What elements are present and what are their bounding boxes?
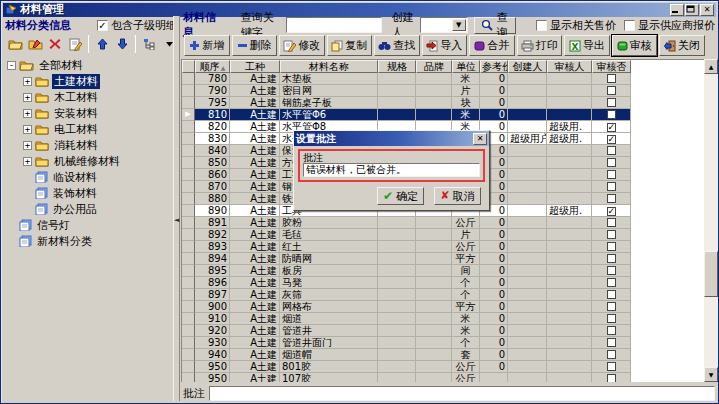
cell-sel[interactable] <box>182 373 195 382</box>
cell-trade[interactable]: A土建 <box>230 265 280 277</box>
cell-brand[interactable] <box>416 253 452 265</box>
cell-name[interactable]: 钢筋桌子板 <box>280 97 378 109</box>
cell-brand[interactable] <box>416 325 452 337</box>
table-row[interactable]: 790A土建密目网片0 <box>182 85 704 97</box>
cell-spec[interactable] <box>378 85 416 97</box>
cell-creator[interactable] <box>508 193 547 205</box>
audited-checkbox[interactable] <box>607 182 616 191</box>
table-row[interactable]: 893A土建红土公斤0 <box>182 241 704 253</box>
cell-spec[interactable] <box>378 337 416 349</box>
cell-auditor[interactable] <box>547 325 592 337</box>
cell-audited[interactable] <box>592 157 631 169</box>
cell-price[interactable]: 0 <box>480 97 508 109</box>
cell-unit[interactable]: 个 <box>452 277 480 289</box>
cell-audited[interactable] <box>592 97 631 109</box>
cell-audited[interactable] <box>592 85 631 97</box>
cell-audited[interactable] <box>592 253 631 265</box>
include-children-checkbox[interactable]: ✓ <box>97 20 108 31</box>
show-sale-price-option[interactable]: 显示相关售价 <box>536 18 616 33</box>
table-row[interactable]: 950A土建801胶公斤0 <box>182 361 704 373</box>
cell-spec[interactable] <box>378 217 416 229</box>
cell-sel[interactable] <box>182 169 195 181</box>
cell-creator[interactable] <box>508 361 547 373</box>
cell-price[interactable]: 0 <box>480 313 508 325</box>
cell-audited[interactable] <box>592 301 631 313</box>
cell-seq[interactable]: 890 <box>195 205 230 217</box>
cell-creator[interactable] <box>508 109 547 121</box>
cell-auditor[interactable] <box>547 181 592 193</box>
audited-checkbox[interactable] <box>607 146 616 155</box>
tree-item[interactable]: +机械维修材料 <box>3 153 171 169</box>
cell-creator[interactable] <box>508 181 547 193</box>
cell-auditor[interactable] <box>547 157 592 169</box>
cell-sel[interactable] <box>182 265 195 277</box>
note-bar-input[interactable] <box>209 386 715 401</box>
audited-checkbox[interactable] <box>607 338 616 347</box>
cell-name[interactable]: 毛毡 <box>280 229 378 241</box>
cell-spec[interactable] <box>378 289 416 301</box>
cell-seq[interactable]: 900 <box>195 301 230 313</box>
cell-unit[interactable]: 平方 <box>452 301 480 313</box>
cell-seq[interactable]: 870 <box>195 181 230 193</box>
cell-brand[interactable] <box>416 97 452 109</box>
cell-trade[interactable]: A土建 <box>230 193 280 205</box>
cell-creator[interactable] <box>508 253 547 265</box>
cell-auditor[interactable] <box>547 289 592 301</box>
cell-trade[interactable]: A土建 <box>230 169 280 181</box>
cell-seq[interactable]: 860 <box>195 169 230 181</box>
column-header-creator[interactable]: 创建人 <box>508 60 547 73</box>
cell-trade[interactable]: A土建 <box>230 241 280 253</box>
cell-trade[interactable]: A土建 <box>230 121 280 133</box>
cell-spec[interactable] <box>378 313 416 325</box>
print-button[interactable]: 打印 <box>517 35 563 56</box>
search-button[interactable]: 查询 <box>474 17 516 34</box>
cell-seq[interactable]: 895 <box>195 265 230 277</box>
cell-audited[interactable] <box>592 325 631 337</box>
cell-unit[interactable]: 套 <box>452 349 480 361</box>
audited-checkbox[interactable] <box>607 194 616 203</box>
cell-trade[interactable]: A土建 <box>230 73 280 85</box>
delete-tool-button[interactable] <box>45 34 65 54</box>
column-header-audited[interactable]: 审核否 <box>592 60 631 73</box>
tree-item[interactable]: +消耗材料 <box>3 137 171 153</box>
cell-unit[interactable]: 米 <box>452 109 480 121</box>
cell-audited[interactable] <box>592 241 631 253</box>
cell-spec[interactable] <box>378 361 416 373</box>
cell-sel[interactable] <box>182 145 195 157</box>
cell-sel[interactable] <box>182 301 195 313</box>
cell-price[interactable]: 0 <box>480 229 508 241</box>
keyword-input[interactable] <box>286 17 382 33</box>
cell-auditor[interactable] <box>547 337 592 349</box>
column-header-price[interactable]: 参考价 <box>480 60 508 73</box>
cell-creator[interactable] <box>508 205 547 217</box>
cell-brand[interactable] <box>416 301 452 313</box>
cell-price[interactable]: 0 <box>480 73 508 85</box>
tree-item[interactable]: +土建材料 <box>3 73 171 89</box>
cell-seq[interactable]: 795 <box>195 97 230 109</box>
cell-sel[interactable] <box>182 133 195 145</box>
table-row[interactable]: 894A土建防晒网平方0 <box>182 253 704 265</box>
cell-auditor[interactable] <box>547 109 592 121</box>
audited-checkbox[interactable] <box>607 278 616 287</box>
cell-audited[interactable] <box>592 109 631 121</box>
audited-checkbox[interactable] <box>607 86 616 95</box>
collapse-splitter-icon[interactable]: ◄ <box>174 216 179 224</box>
cell-sel[interactable] <box>182 229 195 241</box>
cell-price[interactable]: 0 <box>480 349 508 361</box>
audited-checkbox[interactable] <box>607 98 616 107</box>
table-row[interactable]: 910A土建烟道米0 <box>182 313 704 325</box>
cell-auditor[interactable] <box>547 241 592 253</box>
cell-auditor[interactable] <box>547 349 592 361</box>
table-row[interactable]: 892A土建毛毡片0 <box>182 229 704 241</box>
cell-spec[interactable] <box>378 73 416 85</box>
table-row[interactable]: 795A土建钢筋桌子板块0 <box>182 97 704 109</box>
move-up-tool-button[interactable] <box>92 34 112 54</box>
cell-seq[interactable]: 780 <box>195 73 230 85</box>
tree-levels-tool-button[interactable] <box>139 34 159 54</box>
cell-unit[interactable]: 公斤 <box>452 217 480 229</box>
scrollbar-thumb[interactable] <box>704 251 718 297</box>
expand-icon[interactable]: + <box>23 141 32 150</box>
cell-auditor[interactable] <box>547 229 592 241</box>
cell-sel[interactable] <box>182 253 195 265</box>
column-header-auditor[interactable]: 审核人 <box>547 60 592 73</box>
